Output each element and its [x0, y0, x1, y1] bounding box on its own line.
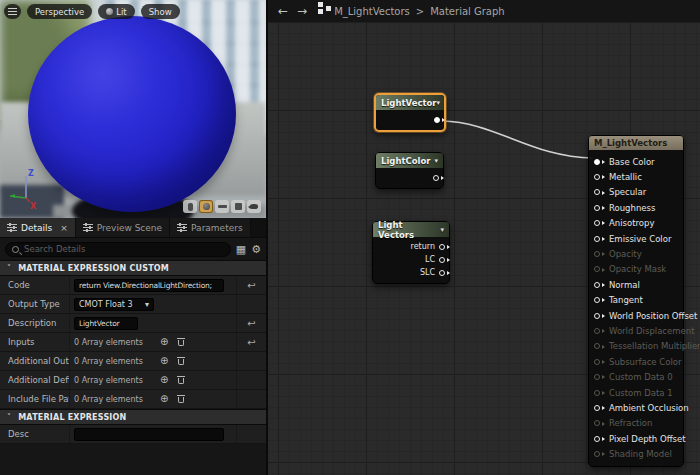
- property-row-additional-defines: Additional Defines 0 Array elements ⊕: [0, 371, 266, 390]
- settings-gear-icon[interactable]: ⚙: [251, 244, 261, 255]
- additional-defines-value: 0 Array elements: [74, 376, 143, 385]
- input-pin[interactable]: [594, 282, 600, 288]
- add-element-icon[interactable]: ⊕: [160, 375, 168, 385]
- input-pin: [594, 359, 600, 365]
- reset-icon[interactable]: ↩: [236, 276, 266, 294]
- mesh-cylinder-button[interactable]: [183, 200, 197, 213]
- result-node-header[interactable]: M_LightVectors: [589, 136, 683, 150]
- include-file-paths-label: Include File Paths: [0, 390, 70, 408]
- back-arrow-icon[interactable]: ←: [278, 5, 288, 17]
- node-title: M_LightVectors: [594, 138, 667, 148]
- input-pin[interactable]: [594, 236, 600, 242]
- input-pin[interactable]: [594, 405, 600, 411]
- show-button[interactable]: Show: [141, 4, 180, 19]
- material-input-row: Refraction: [594, 416, 683, 431]
- description-field[interactable]: LightVector: [74, 317, 138, 330]
- trash-icon[interactable]: [177, 376, 185, 384]
- mesh-plane-button[interactable]: [215, 200, 229, 213]
- breadcrumb-root[interactable]: M_LightVectors: [334, 6, 410, 17]
- section-title: MATERIAL EXPRESSION CUSTOM: [18, 264, 169, 273]
- plane-icon: [218, 205, 227, 208]
- chevron-down-icon[interactable]: ▾: [434, 157, 438, 165]
- close-icon[interactable]: ×: [60, 223, 68, 233]
- section-material-expression[interactable]: ˅ MATERIAL EXPRESSION: [0, 409, 266, 425]
- search-input[interactable]: Search Details: [5, 242, 231, 257]
- node-lightcolor[interactable]: LightColor ▾: [375, 152, 444, 189]
- add-element-icon[interactable]: ⊕: [160, 337, 168, 347]
- output-pin[interactable]: [439, 257, 445, 263]
- input-pin[interactable]: [594, 189, 600, 195]
- node-m-lightvectors-result[interactable]: M_LightVectors Base Color Metallic Specu…: [588, 135, 684, 467]
- material-input-row: Metallic: [594, 169, 683, 184]
- chevron-down-icon: ˅: [7, 413, 11, 422]
- mesh-teapot-button[interactable]: [247, 200, 261, 213]
- reset-icon[interactable]: ↩: [236, 333, 266, 351]
- reset-icon[interactable]: ↩: [236, 314, 266, 332]
- node-lightcolor-header[interactable]: LightColor ▾: [376, 153, 443, 168]
- viewport-menu-icon[interactable]: [4, 4, 21, 19]
- node-light-vectors-header[interactable]: Light Vectors ▾: [373, 222, 449, 237]
- desc-field[interactable]: [74, 428, 224, 441]
- output-pin[interactable]: [433, 175, 439, 181]
- graph-breadcrumb-bar: ← → M_LightVectors > Material Graph: [268, 0, 700, 22]
- output-pin[interactable]: [439, 244, 445, 250]
- material-input-row: Opacity Mask: [594, 262, 683, 277]
- node-light-vectors[interactable]: Light Vectors ▾ return LC SLC: [372, 221, 450, 284]
- chevron-down-icon: ˅: [7, 264, 11, 273]
- lit-mode-button[interactable]: Lit: [98, 4, 134, 19]
- section-material-expression-custom[interactable]: ˅ MATERIAL EXPRESSION CUSTOM: [0, 260, 266, 276]
- mesh-cube-button[interactable]: [231, 200, 245, 213]
- input-pin[interactable]: [594, 174, 600, 180]
- chevron-down-icon[interactable]: ▾: [440, 226, 444, 234]
- tab-parameters[interactable]: Parameters: [170, 218, 251, 237]
- output-pin[interactable]: [434, 117, 440, 123]
- output-pin[interactable]: [439, 270, 445, 276]
- input-label: Custom Data 1: [609, 388, 673, 398]
- display-filter-icon[interactable]: ▦: [236, 244, 246, 255]
- input-pin: [594, 451, 600, 457]
- node-lightvector-header[interactable]: LightVector ▾: [376, 95, 444, 110]
- node-lightvector[interactable]: LightVector ▾: [374, 93, 446, 132]
- node-title: Light Vectors: [378, 220, 440, 240]
- tab-details[interactable]: Details ×: [0, 218, 76, 237]
- input-pin[interactable]: [594, 436, 600, 442]
- add-element-icon[interactable]: ⊕: [160, 394, 168, 404]
- details-search-row: Search Details ▦ ⚙: [0, 238, 266, 260]
- forward-arrow-icon[interactable]: →: [297, 5, 307, 17]
- tab-preview-scene[interactable]: Preview Scene: [76, 218, 170, 237]
- input-pin[interactable]: [594, 297, 600, 303]
- output-label: SLC: [420, 268, 435, 277]
- output-type-dropdown[interactable]: CMOT Float 3 ▾: [74, 298, 154, 311]
- add-element-icon[interactable]: ⊕: [160, 356, 168, 366]
- input-pin[interactable]: [594, 159, 600, 165]
- graph-icon: [318, 9, 323, 14]
- input-pin[interactable]: [594, 313, 600, 319]
- input-label: Base Color: [609, 157, 655, 167]
- description-label: Description: [0, 314, 70, 332]
- material-input-row: Custom Data 1: [594, 385, 683, 400]
- material-graph-canvas[interactable]: ← → M_LightVectors > Material Graph Ligh…: [266, 0, 700, 475]
- svg-text:X: X: [30, 202, 37, 210]
- cylinder-icon: [188, 203, 193, 211]
- mesh-sphere-button[interactable]: [199, 200, 213, 213]
- material-input-row: Pixel Depth Offset: [594, 431, 683, 446]
- preview-viewport[interactable]: Perspective Lit Show Z X: [0, 0, 266, 218]
- material-input-row: Anisotropy: [594, 216, 683, 231]
- output-type-label: Output Type: [0, 295, 70, 313]
- input-label: Specular: [609, 187, 646, 197]
- trash-icon[interactable]: [177, 395, 185, 403]
- input-pin[interactable]: [594, 220, 600, 226]
- perspective-button[interactable]: Perspective: [27, 4, 92, 19]
- trash-icon[interactable]: [177, 357, 185, 365]
- svg-text:Z: Z: [28, 169, 34, 178]
- cube-icon: [235, 203, 242, 210]
- additional-outputs-value: 0 Array elements: [74, 357, 143, 366]
- code-field[interactable]: return View.DirectionalLightDirection;: [74, 279, 224, 292]
- chevron-down-icon[interactable]: ▾: [437, 99, 441, 107]
- desc-label: Desc: [0, 425, 70, 443]
- preview-mesh-buttons: [183, 200, 261, 213]
- trash-icon[interactable]: [177, 338, 185, 346]
- input-pin[interactable]: [594, 205, 600, 211]
- teapot-icon: [250, 204, 258, 209]
- details-tabbar: Details × Preview Scene Parameters: [0, 218, 266, 238]
